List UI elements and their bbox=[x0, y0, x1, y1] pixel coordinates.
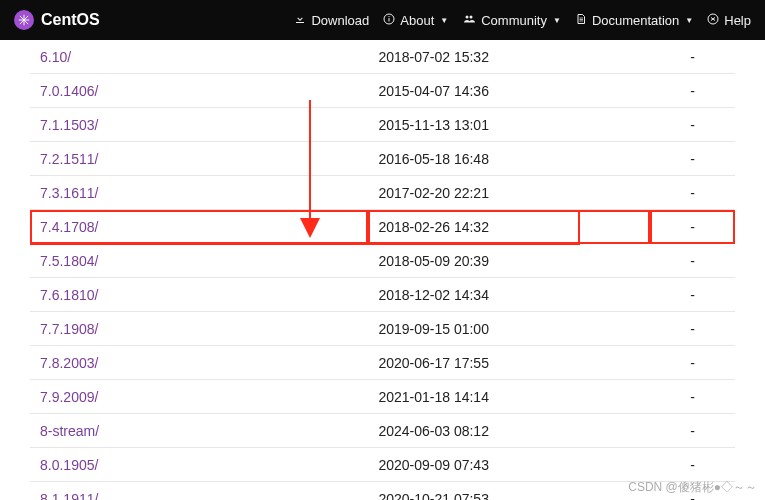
brand-text: CentOS bbox=[41, 11, 100, 29]
brand[interactable]: CentOS bbox=[14, 10, 100, 30]
table-row: 7.7.1908/2019-09-15 01:00- bbox=[30, 312, 735, 346]
table-row: 7.4.1708/2018-02-26 14:32- bbox=[30, 210, 735, 244]
top-navbar: CentOS Download About ▼ Community ▼ bbox=[0, 0, 765, 40]
cell-name: 7.3.1611/ bbox=[30, 176, 368, 210]
nav-documentation-label: Documentation bbox=[592, 13, 679, 28]
info-icon bbox=[383, 13, 395, 28]
listing-table: 6.10/2018-07-02 15:32-7.0.1406/2015-04-0… bbox=[30, 40, 735, 500]
nav-download[interactable]: Download bbox=[294, 13, 369, 28]
table-row: 6.10/2018-07-02 15:32- bbox=[30, 40, 735, 74]
cell-date: 2016-05-18 16:48 bbox=[368, 142, 650, 176]
cell-size: - bbox=[650, 380, 735, 414]
cell-date: 2015-04-07 14:36 bbox=[368, 74, 650, 108]
table-row: 7.3.1611/2017-02-20 22:21- bbox=[30, 176, 735, 210]
cell-size: - bbox=[650, 312, 735, 346]
cell-size: - bbox=[650, 278, 735, 312]
cell-date: 2021-01-18 14:14 bbox=[368, 380, 650, 414]
nav-community[interactable]: Community ▼ bbox=[462, 13, 561, 28]
cell-size: - bbox=[650, 414, 735, 448]
table-row: 7.9.2009/2021-01-18 14:14- bbox=[30, 380, 735, 414]
directory-link[interactable]: 6.10/ bbox=[40, 49, 71, 65]
cell-name: 8.0.1905/ bbox=[30, 448, 368, 482]
centos-logo-icon bbox=[14, 10, 34, 30]
table-row: 7.1.1503/2015-11-13 13:01- bbox=[30, 108, 735, 142]
directory-link[interactable]: 8-stream/ bbox=[40, 423, 99, 439]
cell-size: - bbox=[650, 142, 735, 176]
cell-date: 2024-06-03 08:12 bbox=[368, 414, 650, 448]
nav-documentation[interactable]: Documentation ▼ bbox=[575, 13, 693, 28]
svg-point-4 bbox=[470, 15, 473, 18]
cell-date: 2017-02-20 22:21 bbox=[368, 176, 650, 210]
cell-name: 7.8.2003/ bbox=[30, 346, 368, 380]
cell-size: - bbox=[650, 346, 735, 380]
watermark-text: CSDN @傻猪彬●◇～～ bbox=[628, 479, 757, 496]
caret-icon: ▼ bbox=[685, 16, 693, 25]
cell-date: 2015-11-13 13:01 bbox=[368, 108, 650, 142]
directory-link[interactable]: 7.7.1908/ bbox=[40, 321, 98, 337]
directory-link[interactable]: 8.1.1911/ bbox=[40, 491, 98, 500]
directory-link[interactable]: 7.5.1804/ bbox=[40, 253, 98, 269]
cell-name: 8.1.1911/ bbox=[30, 482, 368, 501]
cell-date: 2018-05-09 20:39 bbox=[368, 244, 650, 278]
cell-date: 2020-06-17 17:55 bbox=[368, 346, 650, 380]
cell-size: - bbox=[650, 210, 735, 244]
cell-date: 2018-02-26 14:32 bbox=[368, 210, 650, 244]
nav-about-label: About bbox=[400, 13, 434, 28]
directory-link[interactable]: 7.2.1511/ bbox=[40, 151, 98, 167]
table-row: 8-stream/2024-06-03 08:12- bbox=[30, 414, 735, 448]
cell-name: 6.10/ bbox=[30, 40, 368, 74]
caret-icon: ▼ bbox=[553, 16, 561, 25]
table-row: 8.0.1905/2020-09-09 07:43- bbox=[30, 448, 735, 482]
cell-size: - bbox=[650, 40, 735, 74]
download-icon bbox=[294, 13, 306, 28]
table-row: 7.8.2003/2020-06-17 17:55- bbox=[30, 346, 735, 380]
help-icon bbox=[707, 13, 719, 28]
nav-about[interactable]: About ▼ bbox=[383, 13, 448, 28]
cell-date: 2020-09-09 07:43 bbox=[368, 448, 650, 482]
svg-point-3 bbox=[466, 15, 469, 18]
nav-community-label: Community bbox=[481, 13, 547, 28]
documentation-icon bbox=[575, 13, 587, 28]
svg-rect-1 bbox=[389, 18, 390, 22]
cell-name: 7.5.1804/ bbox=[30, 244, 368, 278]
directory-link[interactable]: 7.6.1810/ bbox=[40, 287, 98, 303]
directory-link[interactable]: 7.8.2003/ bbox=[40, 355, 98, 371]
table-row: 7.0.1406/2015-04-07 14:36- bbox=[30, 74, 735, 108]
cell-name: 7.6.1810/ bbox=[30, 278, 368, 312]
directory-link[interactable]: 7.4.1708/ bbox=[40, 219, 98, 235]
caret-icon: ▼ bbox=[440, 16, 448, 25]
nav-help[interactable]: Help bbox=[707, 13, 751, 28]
cell-name: 7.7.1908/ bbox=[30, 312, 368, 346]
cell-date: 2019-09-15 01:00 bbox=[368, 312, 650, 346]
cell-size: - bbox=[650, 176, 735, 210]
nav-download-label: Download bbox=[311, 13, 369, 28]
cell-name: 8-stream/ bbox=[30, 414, 368, 448]
table-row: 7.6.1810/2018-12-02 14:34- bbox=[30, 278, 735, 312]
directory-link[interactable]: 7.3.1611/ bbox=[40, 185, 98, 201]
cell-date: 2018-12-02 14:34 bbox=[368, 278, 650, 312]
cell-name: 7.2.1511/ bbox=[30, 142, 368, 176]
cell-date: 2020-10-21 07:53 bbox=[368, 482, 650, 501]
cell-date: 2018-07-02 15:32 bbox=[368, 40, 650, 74]
table-row: 7.5.1804/2018-05-09 20:39- bbox=[30, 244, 735, 278]
directory-link[interactable]: 8.0.1905/ bbox=[40, 457, 98, 473]
nav-right: Download About ▼ Community ▼ Documentati… bbox=[294, 13, 751, 28]
community-icon bbox=[462, 13, 476, 28]
cell-name: 7.0.1406/ bbox=[30, 74, 368, 108]
directory-link[interactable]: 7.1.1503/ bbox=[40, 117, 98, 133]
cell-size: - bbox=[650, 448, 735, 482]
directory-link[interactable]: 7.9.2009/ bbox=[40, 389, 98, 405]
cell-name: 7.1.1503/ bbox=[30, 108, 368, 142]
directory-listing: 6.10/2018-07-02 15:32-7.0.1406/2015-04-0… bbox=[0, 40, 765, 500]
svg-rect-2 bbox=[389, 16, 390, 17]
table-row: 7.2.1511/2016-05-18 16:48- bbox=[30, 142, 735, 176]
cell-size: - bbox=[650, 244, 735, 278]
cell-size: - bbox=[650, 108, 735, 142]
cell-name: 7.4.1708/ bbox=[30, 210, 368, 244]
nav-help-label: Help bbox=[724, 13, 751, 28]
cell-name: 7.9.2009/ bbox=[30, 380, 368, 414]
directory-link[interactable]: 7.0.1406/ bbox=[40, 83, 98, 99]
cell-size: - bbox=[650, 74, 735, 108]
